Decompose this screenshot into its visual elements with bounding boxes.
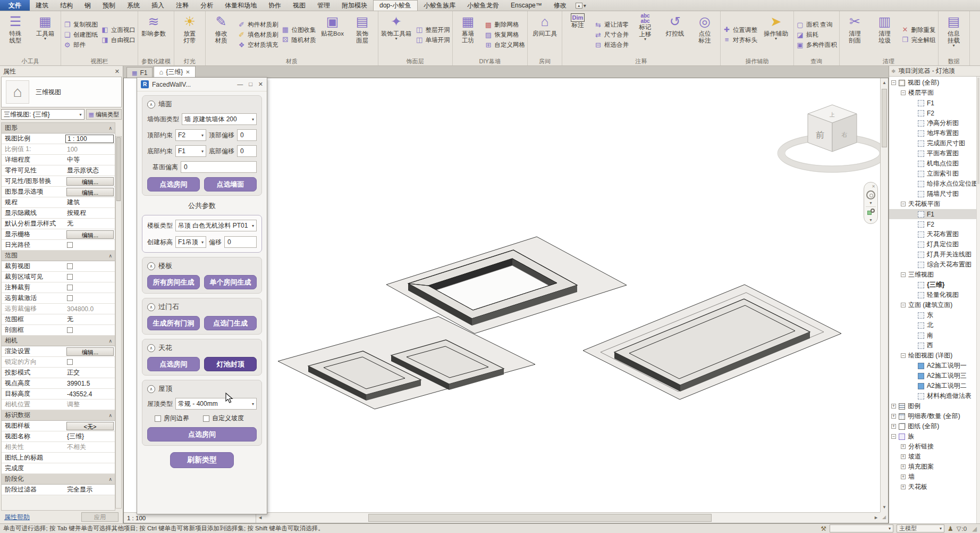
property-row[interactable]: 锁定的方向 ∧ (2, 357, 115, 368)
browser-tree-item[interactable]: 立面 (建筑立面) (889, 300, 980, 310)
filter-icon[interactable]: ▽:0 (957, 525, 967, 532)
property-edit-button[interactable]: <无> (66, 422, 114, 430)
generate-all-openings-button[interactable]: 生成所有门洞 (147, 316, 200, 330)
browser-tree-item[interactable]: F1 (889, 98, 980, 108)
property-row[interactable]: 远剪裁偏移 304800.0 304800.0 ∧ (2, 304, 115, 314)
fill-material-brush-button[interactable]: ✐填色材质刷 (238, 31, 278, 39)
dialog-title-bar[interactable]: R FacedWallV... — □ ✕ (137, 78, 267, 91)
tree-expand-icon[interactable] (901, 474, 906, 479)
browser-tree-item[interactable]: 西 (889, 340, 980, 351)
menu-tab[interactable]: 插入 (146, 0, 170, 11)
ungroup-button[interactable]: ❒完全解组 (901, 36, 936, 44)
floor-type-select[interactable]: 吊顶 白色无机涂料 PT01▾ (175, 220, 257, 231)
property-row[interactable]: 规程 建筑 建筑 ∧ (2, 197, 115, 208)
property-checkbox[interactable] (67, 359, 73, 365)
properties-help-link[interactable]: 属性帮助 (4, 513, 30, 522)
properties-scrollbar[interactable] (115, 136, 122, 509)
multi-area-button[interactable]: ▣多构件面积 (796, 41, 837, 49)
browser-tree-item[interactable]: 视图 (全部) (889, 78, 980, 88)
active-workset-select[interactable]: ▾ (830, 524, 893, 532)
menu-tab[interactable]: 结构 (54, 0, 79, 11)
browser-scrollbar[interactable] (976, 77, 980, 523)
browser-tree-item[interactable]: 南 (889, 330, 980, 340)
menu-tab[interactable]: 修改 (548, 0, 572, 11)
position-adjust-button[interactable]: ✚位置调整 (723, 26, 757, 34)
browser-tree-item[interactable]: 给排水点位定位图 (889, 179, 980, 189)
navigation-bar[interactable]: ✕ ▼ ▼ (864, 182, 878, 224)
roof-type-select[interactable]: 常规 - 400mm▾ (175, 398, 257, 410)
property-checkbox[interactable] (67, 285, 73, 290)
menu-tab[interactable]: 钢 (79, 0, 97, 11)
duplicate-view-button[interactable]: ❐复制视图 (63, 21, 98, 29)
area-query-button[interactable]: ▢面积 查询 (796, 21, 837, 29)
property-edit-button[interactable]: 编辑... (66, 347, 114, 356)
crop-region-icon[interactable] (212, 514, 221, 522)
property-row[interactable]: 视图比例 1 : 100 1 : 100 ∧ (2, 134, 115, 144)
sun-path-icon[interactable] (170, 514, 178, 522)
property-row[interactable]: 范围 ∧ (2, 251, 115, 261)
menu-tab[interactable]: 注释 (170, 0, 195, 11)
browser-tree-item[interactable]: 灯具定位图 (889, 239, 980, 249)
room-tools-button[interactable]: ⌂房间工具 (529, 12, 561, 57)
loss-button[interactable]: ◪损耗 (796, 31, 837, 39)
section-collapse-icon[interactable]: ∧ (108, 338, 112, 344)
browser-pin-icon[interactable]: ≑ (891, 68, 895, 74)
section-collapse-icon[interactable]: ∧ (108, 126, 112, 131)
crop-view-icon[interactable] (201, 514, 210, 522)
view-tab[interactable]: {三维} ✕ (154, 66, 195, 78)
dim-button[interactable]: Dim标注 (563, 12, 592, 57)
bitmap-collect-button[interactable]: ▦位图收集 (282, 26, 316, 34)
collapse-icon[interactable]: ∧ (147, 262, 155, 270)
tree-expand-icon[interactable] (901, 353, 906, 358)
section-collapse-icon[interactable]: ∧ (108, 413, 112, 418)
browser-tree-item[interactable]: F2 (889, 219, 980, 229)
property-checkbox[interactable] (67, 327, 73, 333)
menu-tab[interactable]: 视图 (287, 0, 311, 11)
browser-tree-item[interactable]: 净高分析图 (889, 118, 980, 128)
dim-merge-button[interactable]: ⇄尺寸合并 (594, 31, 629, 39)
browser-tree-item[interactable]: 东 (889, 310, 980, 320)
render-dialog-icon[interactable] (191, 514, 199, 522)
detail-level-icon[interactable] (148, 514, 157, 522)
custom-grid-button[interactable]: ⊞自定义网格 (485, 41, 526, 49)
apply-button[interactable]: 应用 (81, 512, 119, 522)
elevation-viewport-button[interactable]: ◧立面视口 (101, 26, 136, 34)
light-control-line-button[interactable]: ↺灯控线 (661, 12, 689, 57)
pick-wall-face-button[interactable]: 点选墙面 (204, 177, 257, 191)
property-row[interactable]: 显示栅格 编辑... 编辑... ∧ (2, 229, 115, 240)
property-row[interactable]: 注释裁剪 ∧ (2, 282, 115, 293)
pick-room-wall-button[interactable]: 点选房间 (147, 177, 200, 191)
top-offset-input[interactable]: 0 (237, 129, 257, 141)
tree-expand-icon[interactable] (891, 80, 896, 85)
collapse-icon[interactable]: ∧ (147, 344, 155, 352)
browser-tree-item[interactable]: 填充图案 (889, 462, 980, 472)
property-row[interactable]: 投影模式 正交 正交 ∧ (2, 368, 115, 378)
temporary-view-icon[interactable] (244, 514, 252, 522)
box-merge-button[interactable]: ⊟框选合并 (594, 41, 629, 49)
wall-type-select[interactable]: 墙 原建筑墙体 200▾ (182, 113, 257, 125)
property-checkbox[interactable] (67, 274, 73, 280)
tree-expand-icon[interactable] (901, 444, 906, 449)
property-row[interactable]: 图纸上的标题 ∧ (2, 453, 115, 463)
scale-control[interactable]: 1 : 100 (127, 515, 146, 521)
bottom-offset-input[interactable]: 0 (237, 145, 257, 157)
menu-tab[interactable]: dop-小鲛鱼 (373, 0, 418, 11)
dialog-maximize-button[interactable]: □ (249, 81, 252, 88)
property-row[interactable]: 日光路径 ∧ (2, 240, 115, 251)
property-checkbox[interactable] (67, 295, 73, 301)
property-row[interactable]: 范围框 无 无 ∧ (2, 314, 115, 325)
browser-tree-item[interactable]: 墙 (889, 472, 980, 482)
pick-room-ceiling-button[interactable]: 点选房间 (147, 357, 200, 371)
properties-close-button[interactable]: ✕ (115, 68, 120, 75)
clean-trash-button[interactable]: ▥清理 垃圾 (871, 12, 899, 57)
edit-type-button[interactable]: ▦编辑类型 (86, 109, 122, 120)
browser-tree-item[interactable]: 明细表/数量 (全部) (889, 411, 980, 421)
tag-move-up-button[interactable]: abc abc标记 上移▾ (631, 12, 660, 57)
browser-tree-item[interactable]: 图例 (889, 401, 980, 411)
property-row[interactable]: 视图名称 {三维} {三维} ∧ (2, 431, 115, 442)
view-cube[interactable]: 前 上 右 (778, 105, 887, 172)
worksharing-icon[interactable]: ⚒ (821, 525, 826, 532)
browser-tree-item[interactable]: 族 (889, 431, 980, 442)
view-tab[interactable]: F1 ✕ (126, 67, 153, 78)
property-row[interactable]: 相机 ∧ (2, 336, 115, 346)
